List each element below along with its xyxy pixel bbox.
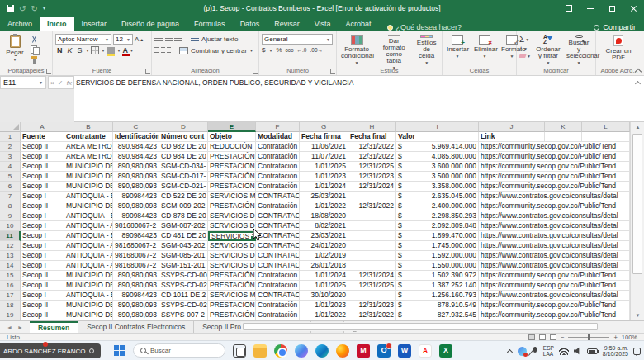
- cell-h6[interactable]: 12/31/2024: [348, 182, 396, 192]
- copilot-icon[interactable]: [295, 344, 308, 358]
- collapse-formula-bar-icon[interactable]: [635, 79, 642, 86]
- copy-icon[interactable]: [30, 45, 40, 54]
- cell-c10[interactable]: 981680067-2: [113, 221, 159, 231]
- font-size-combo[interactable]: 12▼: [113, 34, 133, 45]
- cell-i15[interactable]: $1.502.390.972: [396, 271, 479, 281]
- cell-a8[interactable]: Secop II: [21, 201, 64, 211]
- cell-a7[interactable]: Secop I: [21, 192, 64, 201]
- row-header-10[interactable]: 10: [0, 221, 21, 231]
- cell-b2[interactable]: AREA METRO: [64, 142, 113, 152]
- cell-c13[interactable]: 981680067-2: [113, 251, 159, 261]
- clipboard-dialog-launcher-icon[interactable]: [46, 69, 51, 74]
- cell-b16[interactable]: MUNICIPIO DE: [64, 281, 113, 291]
- cell-c16[interactable]: 890,980,093: [113, 281, 159, 291]
- cell-d19[interactable]: SSYPS-007-2: [159, 310, 208, 320]
- name-box-dropdown-icon[interactable]: ▼: [39, 81, 43, 84]
- column-header-g[interactable]: G: [300, 122, 348, 132]
- row-header-12[interactable]: 12: [0, 241, 21, 251]
- cell-b13[interactable]: ANTIOQUIA - A: [64, 251, 113, 261]
- merge-center-button[interactable]: Combinar y centrar ▼: [178, 45, 255, 55]
- cell-g4[interactable]: 1/01/2025: [300, 162, 348, 172]
- edge-icon[interactable]: [315, 344, 329, 358]
- cell-e14[interactable]: SERVICIOS D: [208, 261, 256, 271]
- cell-i19[interactable]: $827.932.545: [396, 310, 479, 320]
- firefox-icon[interactable]: [336, 344, 349, 358]
- font-dialog-launcher-icon[interactable]: [145, 69, 150, 74]
- row-header-11[interactable]: 11: [0, 231, 21, 241]
- minimize-button[interactable]: [580, 0, 601, 17]
- start-button[interactable]: [114, 345, 125, 357]
- cut-icon[interactable]: [30, 36, 40, 44]
- horizontal-scrollbar[interactable]: [241, 322, 624, 331]
- cell-i18[interactable]: $878.910.549: [396, 301, 479, 310]
- number-dialog-launcher-icon[interactable]: [330, 69, 335, 74]
- cell-d1[interactable]: Número cont: [159, 132, 208, 142]
- cell-d4[interactable]: SGM-CD-034-: [159, 162, 208, 172]
- cell-g3[interactable]: 11/07/2021: [300, 152, 348, 162]
- cell-j18[interactable]: https://community.secop.gov.co/Public/Te…: [479, 301, 630, 310]
- cell-f2[interactable]: Contratación: [256, 142, 300, 152]
- ribbon-tab-archivo[interactable]: Archivo: [0, 17, 40, 31]
- cell-a19[interactable]: Secop II: [21, 310, 64, 320]
- row-header-19[interactable]: 19: [0, 310, 21, 320]
- cell-a17[interactable]: Secop I: [21, 291, 64, 301]
- format-as-table-button[interactable]: Dar formato como tabla ▼: [376, 34, 411, 65]
- cell-a2[interactable]: Secop II: [21, 142, 64, 152]
- cell-b18[interactable]: MUNICIPIO DE: [64, 301, 113, 310]
- row-header-8[interactable]: 8: [0, 201, 21, 211]
- alignment-dialog-launcher-icon[interactable]: [253, 69, 258, 74]
- cell-j3[interactable]: https://community.secop.gov.co/Public/Te…: [479, 152, 630, 162]
- cell-c7[interactable]: 890984423: [113, 192, 159, 201]
- cell-h11[interactable]: [348, 231, 396, 241]
- normal-view-icon[interactable]: [528, 334, 535, 340]
- cell-h9[interactable]: [348, 211, 396, 221]
- cell-d14[interactable]: SGM-151-201: [159, 261, 208, 271]
- cell-i9[interactable]: $2.298.850.293: [396, 211, 479, 221]
- find-select-button[interactable]: Buscar y seleccionar ▼: [565, 34, 593, 65]
- row-header-7[interactable]: 7: [0, 192, 21, 201]
- wifi-icon[interactable]: [559, 348, 569, 355]
- ribbon-tab-datos[interactable]: Datos: [233, 17, 268, 31]
- cell-c17[interactable]: 890984423: [113, 291, 159, 301]
- cell-g1[interactable]: Fecha firma: [300, 132, 348, 142]
- cell-d6[interactable]: SGM-CD-021-: [159, 182, 208, 192]
- column-header-c[interactable]: C: [113, 122, 159, 132]
- cell-d12[interactable]: SGM-043-202: [159, 241, 208, 251]
- cell-d18[interactable]: SSYPS-CD-02: [159, 301, 208, 310]
- cell-j17[interactable]: https://www.contratos.gov.co/consultas/d…: [479, 291, 630, 301]
- clock[interactable]: 9:59 a.m. 8/10/2025: [603, 345, 628, 357]
- cell-f12[interactable]: CONTRATACIÓN: [256, 241, 300, 251]
- cell-i16[interactable]: $1.387.252.140: [396, 281, 479, 291]
- create-pdf-button[interactable]: Crear un PDF: [599, 34, 638, 65]
- outlook-icon[interactable]: [377, 344, 391, 358]
- cell-e18[interactable]: PRESTACIÓN: [208, 301, 256, 310]
- cell-f15[interactable]: Contratación: [256, 271, 300, 281]
- sort-filter-button[interactable]: AZ Ordenar y filtrar ▼: [534, 34, 562, 65]
- undo-icon[interactable]: ↺: [19, 5, 26, 12]
- currency-format-button[interactable]: $: [262, 46, 265, 54]
- cell-f8[interactable]: Contratación: [256, 201, 300, 211]
- cell-h16[interactable]: 12/31/2025: [348, 281, 396, 291]
- volume-icon[interactable]: [574, 347, 582, 355]
- cell-c12[interactable]: 981680067-2: [113, 241, 159, 251]
- cell-i8[interactable]: $2.400.000.000: [396, 201, 479, 211]
- cell-b12[interactable]: ANTIOQUIA - A: [64, 241, 113, 251]
- cell-e12[interactable]: SERVICIOS D: [208, 241, 256, 251]
- cell-e3[interactable]: PRESTACIÓN: [208, 152, 256, 162]
- cell-b1[interactable]: Contratante: [64, 132, 113, 142]
- cell-i1[interactable]: Valor: [396, 132, 479, 142]
- sheet-tab-resumen[interactable]: Resumen: [30, 321, 78, 333]
- cell-h18[interactable]: 12/31/2023: [348, 301, 396, 310]
- cell-a12[interactable]: Secop I: [21, 241, 64, 251]
- cell-d16[interactable]: SSYPS-CD-02: [159, 281, 208, 291]
- scroll-up-icon[interactable]: ▲: [631, 122, 644, 132]
- cell-d9[interactable]: CD 878 DE 20: [159, 211, 208, 221]
- wrap-text-button[interactable]: Ajustar texto: [189, 34, 239, 44]
- cell-g5[interactable]: 1/01/2023: [300, 172, 348, 182]
- cell-j15[interactable]: https://community.secop.gov.co/Public/Te…: [479, 271, 630, 281]
- cell-h15[interactable]: 12/31/2024: [348, 271, 396, 281]
- cell-h3[interactable]: 12/31/2022: [348, 152, 396, 162]
- row-header-5[interactable]: 5: [0, 172, 21, 182]
- cell-a18[interactable]: Secop II: [21, 301, 64, 310]
- tell-me-box[interactable]: ¿Qué desea hacer?: [387, 23, 462, 31]
